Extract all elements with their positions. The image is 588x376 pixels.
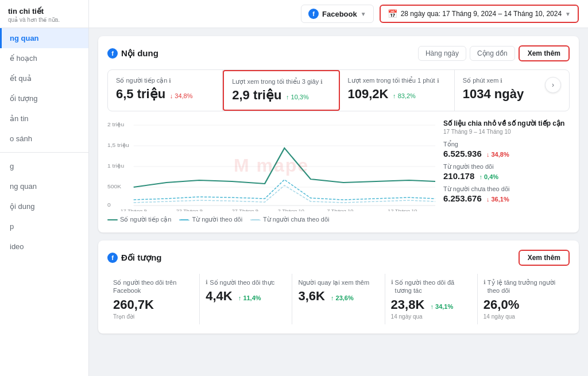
sidebar-item-so-sanh[interactable]: o sánh [0, 129, 88, 149]
daily-button[interactable]: Hàng ngày [418, 46, 466, 61]
sidebar-header-sub: quả và hơn thế nữa. [8, 17, 80, 23]
legend-nonfollowers-dot [250, 219, 261, 220]
stat-row-followers: Từ người theo dõi 210.178 0,4% [443, 163, 570, 181]
stat-followers-value: 210.178 0,4% [443, 171, 570, 181]
stat-followers-change: 0,4% [479, 173, 498, 180]
aud-info-icon-5[interactable]: ℹ [483, 278, 486, 286]
metric-1min-label: Lượt xem trong tối thiểu 1 phút ℹ [348, 77, 446, 84]
chart-container: M mape 2 triệu 1,5 triệu 1 triệu 500K 0 [107, 119, 435, 223]
audience-card: f Đối tượng Xem thêm Số người theo dõi t… [98, 241, 579, 334]
legend-non-followers: Từ người chưa theo dõi [250, 216, 329, 223]
metric-3sec-info-icon[interactable]: ℹ [320, 79, 323, 85]
content-card-actions: Hàng ngày Cộng dồn Xem thêm [418, 45, 570, 61]
sidebar-item-doi-tuong[interactable]: ối tượng [0, 88, 88, 108]
audience-title-label: Đối tượng [121, 253, 162, 263]
metric-reach-change: 34,8% [170, 92, 193, 99]
audience-card-title: f Đối tượng [107, 253, 162, 263]
facebook-icon: f [308, 9, 319, 19]
aud-info-icon-2[interactable]: ℹ [206, 278, 208, 286]
content-card-header: f Nội dung Hàng ngày Cộng dồn Xem thêm [107, 45, 570, 61]
chart-legend: Số người tiếp cận Từ người theo dõi Từ n… [107, 216, 435, 223]
aud-returning-value: 3,6K 23,6% [298, 289, 378, 304]
sidebar-item-ket-qua[interactable]: ết quả [0, 68, 88, 88]
metric-reach-number: 6,5 triệu [116, 87, 165, 101]
audience-xemthem-button[interactable]: Xem thêm [519, 250, 570, 266]
svg-text:22 Tháng 9: 22 Tháng 9 [176, 208, 203, 211]
main-area: f Facebook ▼ 📅 28 ngày qua: 17 Tháng 9, … [89, 0, 588, 376]
sidebar-header: tin chi tiết quả và hơn thế nữa. [0, 0, 88, 28]
aud-info-icon-4[interactable]: ℹ [391, 278, 393, 286]
metric-1min-info-icon[interactable]: ℹ [437, 77, 439, 84]
metric-3sec-value-row: 2,9 triệu 10,3% [232, 88, 330, 103]
content-card: f Nội dung Hàng ngày Cộng dồn Xem thêm S… [98, 36, 579, 232]
stat-followers-label: Từ người theo dõi [443, 163, 570, 170]
content-card-title: f Nội dung [107, 48, 158, 59]
aud-returning-change: 23,6% [331, 294, 354, 301]
metric-1min-number: 109,2K [348, 87, 389, 101]
date-range-selector[interactable]: 📅 28 ngày qua: 17 Tháng 9, 2024 – 14 Thá… [380, 5, 579, 23]
aud-real-change: 11,4% [238, 294, 261, 301]
sidebar-item-p[interactable]: p [0, 216, 88, 237]
legend-reach-dot [107, 219, 118, 220]
engaged-up-icon [430, 303, 434, 310]
aud-growth-label: ℹ Tỷ lệ tăng trưởng người theo dõi [483, 278, 564, 295]
platform-chevron-icon: ▼ [361, 11, 366, 17]
stat-total-change: 34,8% [486, 151, 509, 158]
content-xemthem-button[interactable]: Xem thêm [519, 45, 570, 61]
followers-up-icon [479, 173, 482, 180]
aud-followers-fb-sub: Trọn đời [113, 313, 194, 320]
stats-panel-title: Số liệu chia nhỏ về số người tiếp cận [443, 119, 570, 127]
svg-text:0: 0 [107, 202, 111, 208]
returning-up-icon [331, 294, 334, 301]
legend-reach: Số người tiếp cận [107, 216, 171, 223]
metric-reach-info-icon[interactable]: ℹ [169, 77, 171, 84]
platform-selector[interactable]: f Facebook ▼ [301, 5, 374, 23]
3sec-up-icon [286, 94, 289, 100]
date-chevron-icon: ▼ [565, 11, 571, 17]
aud-growth-value: 26,0% [483, 297, 564, 312]
legend-followers: Từ người theo dõi [179, 216, 242, 223]
aud-metric-growth-rate: ℹ Tỷ lệ tăng trưởng người theo dõi 26,0%… [478, 274, 570, 324]
topbar: f Facebook ▼ 📅 28 ngày qua: 17 Tháng 9, … [89, 0, 588, 28]
aud-metric-real-followers: ℹ Số người theo dõi thực 4,4K 11,4% [200, 274, 292, 324]
metric-3sec-label: Lượt xem trong tối thiểu 3 giây ℹ [232, 78, 330, 86]
aud-engaged-change: 34,1% [430, 303, 453, 310]
aud-real-followers-label: ℹ Số người theo dõi thực [206, 278, 286, 286]
aud-metric-returning: Người quay lại xem thêm 3,6K 23,6% [292, 274, 385, 324]
aud-engaged-sub: 14 ngày qua [391, 313, 471, 320]
sidebar-item-ban-tin[interactable]: ản tin [0, 108, 88, 129]
sidebar-item-noi-dung[interactable]: ội dung [0, 196, 88, 216]
stat-total-label: Tổng [443, 141, 570, 148]
svg-text:500K: 500K [107, 184, 122, 189]
date-range-label: 28 ngày qua: 17 Tháng 9, 2024 – 14 Tháng… [401, 10, 562, 18]
stat-row-nonfollowers: Từ người chưa theo dõi 6.253.676 36,1% [443, 185, 570, 203]
legend-nonfollowers-label: Từ người chưa theo dõi [263, 216, 329, 223]
metric-3sec-change: 10,3% [286, 94, 309, 100]
metrics-next-button[interactable]: › [545, 77, 561, 93]
chart-svg-wrapper: M mape 2 triệu 1,5 triệu 1 triệu 500K 0 [107, 119, 435, 211]
stat-nonfollowers-value: 6.253.676 36,1% [443, 193, 570, 203]
aud-metric-engaged: ℹ Số người theo dõi đã tương tác 23,8K 3… [385, 274, 478, 324]
aud-metric-followers-fb: Số người theo dõi trên Facebook 260,7K T… [107, 274, 200, 324]
metric-reach: Số người tiếp cận ℹ 6,5 triệu 34,8% [108, 70, 223, 111]
audience-metrics-row: Số người theo dõi trên Facebook 260,7K T… [107, 274, 570, 324]
sidebar-item-ke-hoach[interactable]: ế hoạch [0, 48, 88, 68]
sidebar-item-video[interactable]: ideo [0, 237, 88, 257]
sidebar-item-g[interactable]: g [0, 156, 88, 176]
svg-text:1,5 triệu: 1,5 triệu [107, 142, 129, 148]
chart-svg: 2 triệu 1,5 triệu 1 triệu 500K 0 [107, 119, 435, 211]
sidebar-item-tong-quan-2[interactable]: ng quan [0, 176, 88, 196]
metric-3sec-number: 2,9 triệu [232, 88, 281, 102]
metric-minutes-number: 1034 ngày [463, 87, 524, 101]
1min-up-icon [393, 92, 396, 99]
real-up-icon [238, 294, 242, 301]
metric-minutes-info-icon[interactable]: ℹ [500, 77, 502, 84]
sidebar-item-tong-quan[interactable]: ng quan [0, 28, 88, 48]
total-down-icon [486, 151, 490, 158]
reach-down-icon [170, 92, 173, 99]
content-fb-icon: f [107, 48, 118, 59]
platform-label: Facebook [322, 10, 357, 18]
aud-returning-label: Người quay lại xem thêm [298, 278, 378, 286]
svg-text:17 Tháng 9: 17 Tháng 9 [121, 208, 147, 211]
cumulative-button[interactable]: Cộng dồn [470, 46, 515, 61]
